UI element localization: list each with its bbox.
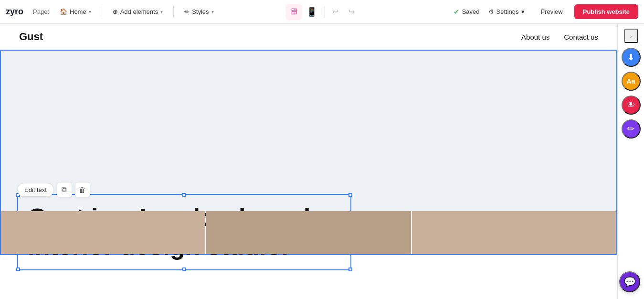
delete-button[interactable]: 🗑 [75, 182, 90, 197]
download-icon: ⬇ [627, 52, 634, 63]
saved-status: ✔ Saved [454, 8, 480, 16]
canvas-wrapper: Gust About us Contact us Edit text ⧉ 🗑 [0, 24, 644, 299]
divider-center [324, 6, 324, 18]
download-tool-button[interactable]: ⬇ [622, 48, 641, 67]
chevron-down-icon: ▾ [89, 9, 91, 14]
home-icon: 🏠 [60, 8, 67, 15]
page-selector[interactable]: 🏠 Home ▾ [55, 5, 96, 18]
publish-button[interactable]: Publish website [574, 4, 638, 19]
desktop-device-button[interactable]: 🖥 [285, 4, 302, 20]
font-tool-button[interactable]: Aa [622, 72, 641, 91]
resize-handle-br[interactable] [348, 267, 352, 271]
chevron-down-icon-4: ▾ [521, 8, 525, 15]
trash-icon: 🗑 [79, 186, 86, 194]
eye-tool-button[interactable]: 👁 [622, 96, 641, 115]
topbar-right: ✔ Saved ⚙ Settings ▾ Preview Publish web… [454, 4, 638, 19]
gear-icon: ⚙ [488, 8, 494, 15]
chevron-down-icon-2: ▾ [160, 9, 163, 14]
pencil-icon: ✏ [627, 124, 634, 134]
chevron-down-icon-3: ▾ [211, 9, 214, 14]
saved-label: Saved [462, 8, 480, 15]
site-preview: Gust About us Contact us Edit text ⧉ 🗑 [0, 24, 617, 299]
resize-handle-bl[interactable] [16, 267, 20, 271]
image-part-1 [1, 211, 205, 254]
sidebar-collapse-button[interactable]: › [624, 29, 638, 43]
site-header: Gust About us Contact us [0, 24, 617, 50]
preview-button[interactable]: Preview [533, 5, 570, 19]
logo: zyro [6, 7, 23, 17]
redo-button[interactable]: ↪ [344, 5, 359, 19]
topbar-center: 🖥 📱 ↩ ↪ [285, 4, 359, 20]
site-logo: Gust [19, 31, 43, 43]
chat-icon: 💬 [624, 276, 636, 288]
edit-tool-button[interactable]: ✏ [622, 119, 641, 139]
pen-icon: ✏ [184, 8, 190, 15]
site-nav: About us Contact us [521, 33, 598, 41]
nav-contact[interactable]: Contact us [564, 33, 598, 41]
nav-about[interactable]: About us [521, 33, 549, 41]
mobile-device-button[interactable]: 📱 [304, 4, 320, 20]
divider-2 [173, 6, 174, 18]
image-part-3 [412, 211, 616, 254]
eye-icon: 👁 [627, 100, 635, 110]
right-sidebar: › ⬇ Aa 👁 ✏ 💬 [617, 24, 644, 299]
check-icon: ✔ [454, 8, 460, 16]
add-elements-button[interactable]: ⊕ Add elements ▾ [108, 5, 168, 18]
copy-icon: ⧉ [62, 185, 67, 194]
topbar: zyro Page: 🏠 Home ▾ ⊕ Add elements ▾ ✏ S… [0, 0, 644, 24]
edit-text-button[interactable]: Edit text [17, 183, 54, 197]
image-part-2 [206, 211, 411, 254]
page-name: Home [70, 8, 86, 15]
plus-icon: ⊕ [113, 8, 118, 15]
resize-handle-bm[interactable] [182, 267, 186, 271]
divider-1 [102, 6, 102, 18]
undo-button[interactable]: ↩ [328, 5, 342, 19]
styles-button[interactable]: ✏ Styles ▾ [179, 5, 218, 18]
canvas-section[interactable]: Edit text ⧉ 🗑 Gust is a Londo [0, 50, 617, 255]
font-icon: Aa [627, 77, 635, 85]
image-strip [1, 211, 616, 254]
resize-handle-tm[interactable] [182, 193, 186, 197]
duplicate-button[interactable]: ⧉ [57, 182, 72, 197]
page-label: Page: [33, 8, 49, 15]
settings-button[interactable]: ⚙ Settings ▾ [484, 5, 529, 18]
resize-handle-tr[interactable] [348, 193, 352, 197]
float-toolbar: Edit text ⧉ 🗑 [17, 182, 90, 197]
chat-bubble-button[interactable]: 💬 [619, 271, 640, 292]
